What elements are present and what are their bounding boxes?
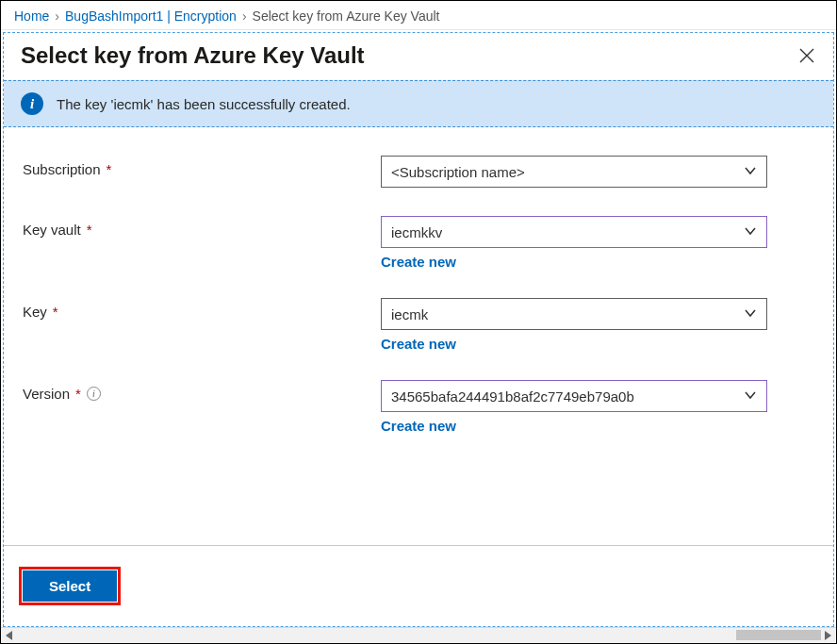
key-label: Key xyxy=(23,304,47,320)
required-indicator: * xyxy=(75,386,81,402)
chevron-down-icon xyxy=(744,306,757,322)
scrollbar-track[interactable] xyxy=(16,628,821,643)
page-title: Select key from Azure Key Vault xyxy=(21,42,365,69)
triangle-left-icon xyxy=(6,631,13,640)
horizontal-scrollbar[interactable] xyxy=(1,627,836,643)
breadcrumb-home[interactable]: Home xyxy=(14,8,49,24)
form-area: Subscription * <Subscription name> Key v… xyxy=(4,127,833,526)
scrollbar-thumb[interactable] xyxy=(736,630,821,640)
scroll-right-arrow[interactable] xyxy=(821,629,834,642)
key-dropdown[interactable]: iecmk xyxy=(381,298,767,330)
help-icon[interactable]: i xyxy=(87,387,101,401)
info-icon: i xyxy=(21,92,43,115)
success-notice: i The key 'iecmk' has been successfully … xyxy=(4,80,833,127)
subscription-dropdown[interactable]: <Subscription name> xyxy=(381,156,767,188)
keyvault-label: Key vault xyxy=(23,222,81,238)
version-label: Version xyxy=(23,386,70,402)
footer: Select xyxy=(4,546,833,626)
chevron-down-icon xyxy=(744,224,757,240)
version-dropdown[interactable]: 34565bafa244491b8af2c7749eb79a0b xyxy=(381,380,767,412)
chevron-down-icon xyxy=(744,164,757,180)
close-icon xyxy=(799,48,814,63)
keyvault-value: iecmkkv xyxy=(391,224,442,240)
subscription-value: <Subscription name> xyxy=(391,164,525,180)
blade-panel: Select key from Azure Key Vault i The ke… xyxy=(3,32,834,627)
triangle-right-icon xyxy=(824,631,831,640)
required-indicator: * xyxy=(107,161,112,177)
breadcrumb-current: Select key from Azure Key Vault xyxy=(253,8,440,24)
breadcrumb-parent[interactable]: BugBashImport1 | Encryption xyxy=(65,8,237,24)
scroll-left-arrow[interactable] xyxy=(3,629,16,642)
key-value: iecmk xyxy=(391,306,428,322)
version-create-link[interactable]: Create new xyxy=(381,418,456,434)
key-create-link[interactable]: Create new xyxy=(381,336,456,352)
version-value: 34565bafa244491b8af2c7749eb79a0b xyxy=(391,388,634,405)
required-indicator: * xyxy=(53,304,58,320)
keyvault-create-link[interactable]: Create new xyxy=(381,254,456,270)
breadcrumb: Home › BugBashImport1 | Encryption › Sel… xyxy=(1,1,836,30)
select-button[interactable]: Select xyxy=(23,570,117,602)
chevron-down-icon xyxy=(744,388,757,405)
close-button[interactable] xyxy=(797,46,816,65)
required-indicator: * xyxy=(87,222,92,238)
subscription-label: Subscription xyxy=(23,161,101,177)
breadcrumb-separator: › xyxy=(55,8,59,24)
notice-text: The key 'iecmk' has been successfully cr… xyxy=(57,96,351,112)
keyvault-dropdown[interactable]: iecmkkv xyxy=(381,216,767,248)
blade-header: Select key from Azure Key Vault xyxy=(4,33,833,80)
breadcrumb-separator: › xyxy=(242,8,247,24)
